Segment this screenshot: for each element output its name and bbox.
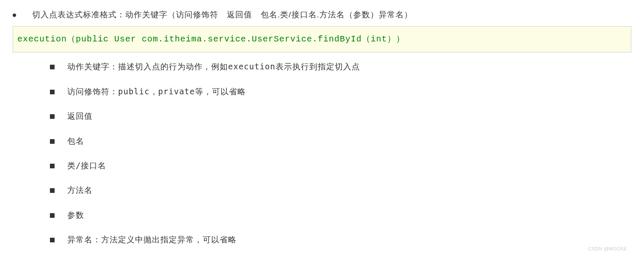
bullet-square-icon [50,164,55,168]
list-item: 动作关键字：描述切入点的行为动作，例如execution表示执行到指定切入点 [50,60,631,73]
item-text: 方法名 [67,184,93,196]
bullet-square-icon [50,90,55,94]
bullet-square-icon [50,114,55,119]
bullet-square-icon [50,238,55,242]
bullet-disc-icon [13,14,16,17]
outer-list: 切入点表达式标准格式：动作关键字（访问修饰符 返回值 包名.类/接口名.方法名（… [13,8,631,21]
item-text: 包名 [67,134,84,147]
list-item: 包名 [50,134,631,147]
item-text: 访问修饰符：public，private等，可以省略 [67,85,246,98]
list-item: 方法名 [50,184,631,196]
bullet-square-icon [50,188,55,193]
list-item: 访问修饰符：public，private等，可以省略 [50,85,631,98]
bullet-square-icon [50,65,55,69]
list-item: 返回值 [50,110,631,122]
code-block: execution（public User com.itheima.servic… [13,26,631,52]
item-text: 异常名：方法定义中抛出指定异常，可以省略 [67,233,237,246]
intro-item: 切入点表达式标准格式：动作关键字（访问修饰符 返回值 包名.类/接口名.方法名（… [13,8,631,21]
list-item: 参数 [50,209,631,221]
bullet-square-icon [50,139,55,144]
item-text: 参数 [67,209,84,221]
list-item: 类/接口名 [50,159,631,172]
item-text: 类/接口名 [67,159,106,172]
watermark-text: CSDN @MOOSE [588,245,627,253]
inner-list: 动作关键字：描述切入点的行为动作，例如execution表示执行到指定切入点 访… [50,60,631,246]
intro-text: 切入点表达式标准格式：动作关键字（访问修饰符 返回值 包名.类/接口名.方法名（… [32,8,413,21]
list-item: 异常名：方法定义中抛出指定异常，可以省略 [50,233,631,246]
item-text: 动作关键字：描述切入点的行为动作，例如execution表示执行到指定切入点 [67,60,360,73]
bullet-square-icon [50,213,55,218]
item-text: 返回值 [67,110,93,122]
